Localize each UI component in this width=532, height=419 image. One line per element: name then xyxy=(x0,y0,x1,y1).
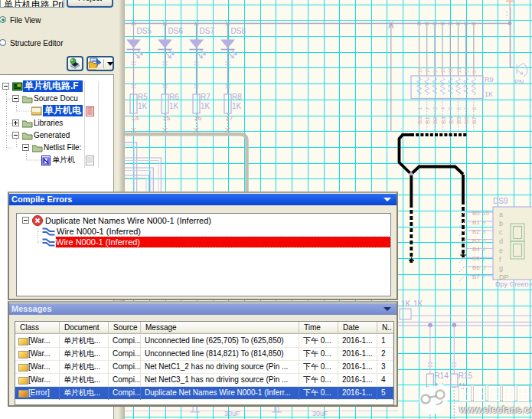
svg-text:B0: B0 xyxy=(472,210,480,217)
svg-text:4: 4 xyxy=(482,246,486,253)
svg-text:B7: B7 xyxy=(472,273,480,280)
svg-text:R7: R7 xyxy=(201,93,211,101)
svg-text:B4: B4 xyxy=(448,116,455,124)
svg-text:b: b xyxy=(499,220,503,228)
svg-text:DS6: DS6 xyxy=(168,27,184,35)
svg-text:B4: B4 xyxy=(472,246,480,253)
svg-text:B1: B1 xyxy=(424,116,431,124)
svg-text:3: 3 xyxy=(482,264,486,271)
svg-text:11: 11 xyxy=(455,67,462,74)
svg-text:B0: B0 xyxy=(416,116,423,124)
svg-text:17: 17 xyxy=(226,114,233,122)
svg-text:13: 13 xyxy=(439,67,446,74)
svg-text:R6: R6 xyxy=(169,93,179,101)
svg-text:1K: 1K xyxy=(413,300,423,308)
svg-text:B6: B6 xyxy=(472,264,480,271)
svg-text:10: 10 xyxy=(482,210,489,217)
svg-text:B3: B3 xyxy=(472,237,480,244)
svg-text:1K: 1K xyxy=(232,102,242,110)
svg-text:1K: 1K xyxy=(401,300,411,308)
svg-text:1K: 1K xyxy=(138,102,148,110)
svg-text:DS9: DS9 xyxy=(493,197,508,205)
svg-text:B1: B1 xyxy=(472,219,480,226)
svg-text:9: 9 xyxy=(471,70,478,74)
svg-text:B2: B2 xyxy=(432,116,439,124)
svg-text:B7: B7 xyxy=(471,116,478,124)
svg-text:1K: 1K xyxy=(485,90,493,98)
svg-text:c: c xyxy=(499,228,503,236)
svg-text:12: 12 xyxy=(447,67,454,74)
svg-text:B6: B6 xyxy=(463,116,470,124)
svg-text:10: 10 xyxy=(463,67,470,74)
svg-text:7: 7 xyxy=(482,273,486,280)
svg-text:DS5: DS5 xyxy=(137,27,152,35)
svg-text:B5: B5 xyxy=(455,116,462,124)
svg-text:16: 16 xyxy=(194,114,202,122)
svg-text:B2: B2 xyxy=(472,228,480,235)
svg-text:R15: R15 xyxy=(459,372,473,380)
svg-text:g: g xyxy=(499,264,503,272)
svg-text:14: 14 xyxy=(432,67,439,74)
svg-text:9: 9 xyxy=(482,219,486,226)
svg-text:R5: R5 xyxy=(138,93,148,101)
svg-text:Dpy Green-C: Dpy Green-C xyxy=(495,280,532,288)
svg-text:B3: B3 xyxy=(440,116,447,124)
svg-text:8: 8 xyxy=(482,228,486,235)
svg-text:e: e xyxy=(499,247,503,254)
svg-text:15: 15 xyxy=(424,67,431,74)
svg-text:1K: 1K xyxy=(169,102,179,110)
svg-text:15: 15 xyxy=(163,114,171,122)
svg-text:2: 2 xyxy=(482,255,486,262)
svg-text:PN: PN xyxy=(514,78,524,86)
svg-text:5: 5 xyxy=(482,237,486,244)
svg-text:R9: R9 xyxy=(485,76,494,83)
svg-text:a: a xyxy=(499,211,503,218)
svg-text:16: 16 xyxy=(416,67,423,74)
svg-text:d: d xyxy=(499,237,503,245)
svg-text:R14: R14 xyxy=(434,372,449,380)
svg-text:1K: 1K xyxy=(201,102,211,110)
svg-text:B5: B5 xyxy=(472,255,480,262)
svg-text:14: 14 xyxy=(132,114,139,122)
svg-text:R8: R8 xyxy=(232,93,242,101)
svg-text:DS7: DS7 xyxy=(200,27,215,35)
svg-text:DS8: DS8 xyxy=(231,27,246,35)
